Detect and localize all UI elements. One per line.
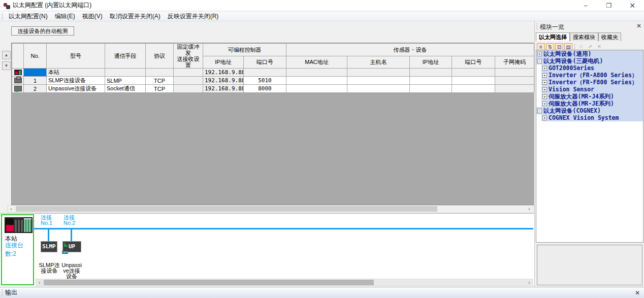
tab-inactive[interactable]: 收藏夹 — [598, 32, 621, 41]
expand-icon[interactable]: + — [537, 52, 542, 56]
tree-item[interactable]: −以太网设备(三菱电机) — [536, 57, 643, 64]
cell-no[interactable] — [24, 69, 47, 77]
cell-fixedbuf[interactable] — [174, 77, 203, 85]
cell-plc_port[interactable]: 8000 — [244, 85, 286, 93]
col-no: No. — [24, 44, 47, 69]
output-close-icon[interactable]: ✕ — [635, 289, 640, 296]
table-hscroll-thumb[interactable] — [16, 206, 437, 212]
device-box[interactable]: SLMP — [41, 241, 57, 252]
cell-icon — [12, 85, 24, 93]
cell-hostname[interactable] — [347, 85, 410, 93]
collapse-icon[interactable]: − — [537, 59, 542, 63]
menu-ethernet-config[interactable]: 以太网配置(N) — [5, 12, 51, 21]
group-sensor: 传感器・设备 — [286, 44, 534, 56]
title-bar: 以太网配置 (内置以太网端口) – ❐ ✕ — [0, 0, 644, 11]
output-bar: 输出 ✕ — [0, 287, 644, 298]
expand-icon[interactable]: + — [542, 116, 547, 120]
cell-subnet[interactable] — [495, 85, 534, 93]
menu-apply-close[interactable]: 反映设置并关闭(R) — [164, 12, 222, 21]
expand-icon[interactable]: + — [542, 87, 547, 92]
scroll-right-icon[interactable]: › — [526, 279, 533, 286]
tree-item[interactable]: +以太网设备(通用) — [536, 50, 643, 57]
connection-number-label: 连接 No.1 — [41, 215, 52, 226]
close-button[interactable]: ✕ — [621, 0, 644, 11]
menu-cancel-close[interactable]: 取消设置并关闭(A) — [106, 12, 164, 21]
col-fixedbuf: 固定缓冲发 送接收设置 — [174, 44, 203, 69]
cell-fixedbuf[interactable] — [174, 85, 203, 93]
cell-subnet[interactable] — [495, 69, 534, 77]
tree-item[interactable]: +GOT2000Series — [536, 64, 643, 72]
panel-grip — [536, 23, 538, 30]
cell-plc_ip[interactable]: 192.168.9.88 — [203, 77, 244, 85]
slmp-device-icon — [14, 78, 22, 83]
device-table: No. 型号 通信手段 协议 固定缓冲发 送接收设置 可编程控制器 传感器・设备… — [12, 43, 534, 93]
cell-protocol[interactable]: TCP — [146, 85, 174, 93]
diagram-hscroll-thumb[interactable] — [44, 280, 374, 285]
cell-plc_ip[interactable]: 192.168.9.88 — [203, 85, 244, 93]
restore-button[interactable]: ❐ — [597, 0, 621, 11]
cell-model[interactable]: SLMP连接设备 — [47, 77, 105, 85]
tree-item[interactable]: +Vision Sensor — [536, 86, 643, 93]
tree-item[interactable]: +Inverter（FR-F800 Series） — [536, 79, 643, 86]
move-row-up-button[interactable]: ▲ — [2, 51, 11, 59]
menu-edit[interactable]: 编辑(E) — [51, 12, 79, 21]
expand-icon[interactable]: + — [542, 66, 547, 71]
cell-ip[interactable] — [410, 69, 452, 77]
panel-close-icon[interactable]: ✕ — [636, 22, 641, 29]
expand-icon[interactable]: + — [542, 94, 547, 99]
expand-icon[interactable]: + — [542, 73, 547, 78]
collapse-icon[interactable]: − — [537, 109, 542, 113]
cell-plc_port[interactable] — [244, 69, 286, 77]
tree-item[interactable]: +Inverter（FR-A800 Series） — [536, 72, 643, 79]
table-row[interactable]: 本站192.168.9.88 — [12, 69, 534, 77]
menu-grip — [2, 13, 3, 20]
tab-active[interactable]: 以太网选择 — [536, 32, 570, 41]
cell-hostname[interactable] — [347, 77, 410, 85]
scroll-left-icon[interactable]: ‹ — [36, 279, 43, 286]
cell-mac[interactable] — [286, 77, 347, 85]
tree-item[interactable]: +伺服放大器(MR-J4系列) — [536, 93, 643, 100]
scroll-left-icon[interactable]: ‹ — [8, 206, 15, 212]
tree-item[interactable]: +伺服放大器(MR-JE系列) — [536, 100, 643, 107]
cell-hostname[interactable] — [347, 69, 410, 77]
cell-comm[interactable]: SLMP — [105, 77, 146, 85]
cell-model[interactable]: 本站 — [47, 69, 105, 77]
auto-detect-button[interactable]: 连接设备的自动检测 — [11, 26, 74, 36]
device-box[interactable]: UP — [62, 241, 81, 252]
minimize-button[interactable]: – — [574, 0, 597, 11]
cell-mac[interactable] — [286, 85, 347, 93]
tree-item[interactable]: −以太网设备(COGNEX) — [536, 107, 643, 114]
cell-mac[interactable] — [286, 69, 347, 77]
cell-icon — [12, 69, 24, 77]
cell-subnet[interactable] — [495, 77, 534, 85]
table-row[interactable]: 2Unpassive连接设备Socket通信TCP192.168.9.88800… — [12, 85, 534, 93]
diagram-hscrollbar[interactable]: ‹ › — [36, 279, 533, 286]
scroll-right-icon[interactable]: › — [526, 206, 533, 212]
cell-plc_ip[interactable]: 192.168.9.88 — [203, 69, 244, 77]
cell-model[interactable]: Unpassive连接设备 — [47, 85, 105, 93]
tree-item-label: 伺服放大器(MR-J4系列) — [549, 93, 614, 100]
cell-plc_port[interactable]: 5010 — [244, 77, 286, 85]
cell-fixedbuf[interactable] — [174, 69, 203, 77]
menu-view[interactable]: 视图(V) — [79, 12, 106, 21]
cell-protocol[interactable] — [146, 69, 174, 77]
cell-protocol[interactable]: TCP — [146, 77, 174, 85]
cell-port[interactable] — [452, 77, 495, 85]
move-row-down-button[interactable]: ▼ — [2, 61, 11, 70]
tab-inactive[interactable]: 搜索模块 — [570, 32, 598, 41]
cell-no[interactable]: 1 — [24, 77, 47, 85]
cell-comm[interactable]: Socket通信 — [105, 85, 146, 93]
expand-icon[interactable]: + — [542, 80, 547, 85]
cell-ip[interactable] — [410, 85, 452, 93]
cell-comm[interactable] — [105, 69, 146, 77]
table-row[interactable]: 1SLMP连接设备SLMPTCP192.168.9.885010 — [12, 77, 534, 85]
host-station-box[interactable]: 本站 连接台数:2 — [1, 214, 34, 285]
cell-no[interactable]: 2 — [24, 85, 47, 93]
expand-icon[interactable]: + — [542, 102, 547, 106]
device-table-area: No. 型号 通信手段 协议 固定缓冲发 送接收设置 可编程控制器 传感器・设备… — [11, 43, 534, 205]
cell-ip[interactable] — [410, 77, 452, 85]
cell-port[interactable] — [452, 69, 495, 77]
cell-port[interactable] — [452, 85, 495, 93]
table-hscrollbar[interactable]: ‹ › — [7, 205, 533, 213]
tree-item[interactable]: +COGNEX Vision System — [536, 114, 643, 121]
